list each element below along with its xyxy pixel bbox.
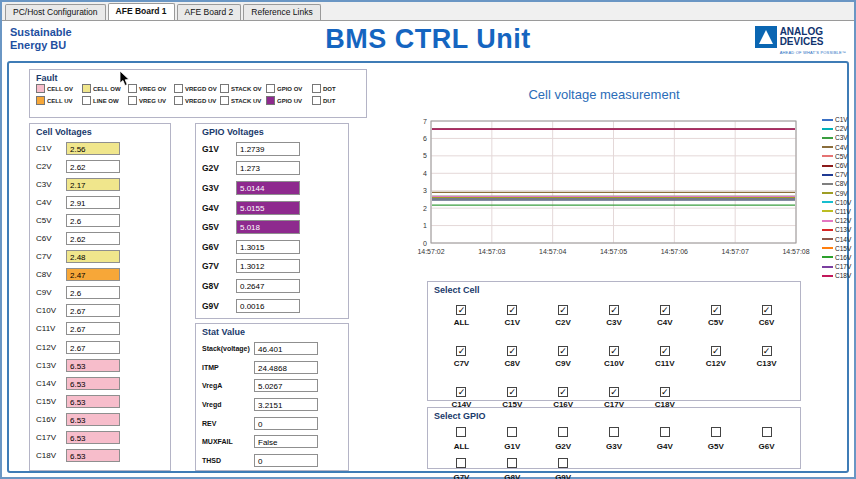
fault-indicator-dut[interactable] — [312, 96, 321, 105]
cell-voltage-field-c17v[interactable]: 6.53 — [66, 431, 120, 444]
tab-afe-board-2[interactable]: AFE Board 2 — [177, 4, 242, 20]
select-cell-checkbox-c10v[interactable]: ✓ — [609, 346, 619, 356]
cell-voltage-field-c9v[interactable]: 2.6 — [66, 286, 120, 299]
fault-indicator-stack-ov[interactable] — [220, 84, 229, 93]
tab-pc-host-configuration[interactable]: PC/Host Configuration — [5, 4, 106, 20]
select-cell-checkbox-c1v[interactable]: ✓ — [507, 305, 517, 315]
gpio-voltage-field-g5v[interactable]: 5.018 — [236, 220, 300, 234]
select-cell-checkbox-all[interactable]: ✓ — [456, 305, 466, 315]
cell-voltage-field-c4v[interactable]: 2.91 — [66, 196, 120, 209]
cell-voltage-field-c13v[interactable]: 6.53 — [66, 359, 120, 372]
select-cell-checkbox-c8v[interactable]: ✓ — [507, 346, 517, 356]
gpio-voltage-field-g2v[interactable]: 1.273 — [236, 161, 300, 175]
legend-item-c6v: C6V — [822, 161, 852, 170]
select-cell-checkbox-c2v[interactable]: ✓ — [558, 305, 568, 315]
cell-voltage-field-c10v[interactable]: 2.67 — [66, 304, 120, 317]
gpio-voltage-label: G6V — [202, 242, 236, 252]
select-cell-checkbox-c3v[interactable]: ✓ — [609, 305, 619, 315]
fault-indicator-cell-ow[interactable] — [82, 84, 91, 93]
gpio-voltage-field-g9v[interactable]: 0.0016 — [236, 299, 300, 313]
select-gpio-checkbox-g4v[interactable] — [660, 427, 670, 437]
stat-field-thsd[interactable]: 0 — [254, 454, 318, 467]
stat-field-rev[interactable]: 0 — [254, 417, 318, 430]
fault-indicator-gpio-uv[interactable] — [266, 96, 275, 105]
select-cell-checkbox-c15v[interactable]: ✓ — [507, 387, 517, 397]
select-cell-checkbox-c6v[interactable]: ✓ — [762, 305, 772, 315]
fault-label: CELL UV — [47, 98, 73, 104]
select-cell-checkbox-c13v[interactable]: ✓ — [762, 346, 772, 356]
fault-indicator-stack-uv[interactable] — [220, 96, 229, 105]
select-gpio-checkbox-g2v[interactable] — [558, 427, 568, 437]
gpio-voltage-field-g1v[interactable]: 1.2739 — [236, 142, 300, 156]
main-frame: Fault CELL OVCELL OWVREG OVVREGD OVSTACK… — [7, 61, 849, 473]
legend-item-c13v: C13V — [822, 225, 852, 234]
fault-item-stack-ov: STACK OV — [220, 84, 266, 93]
select-cell-checkbox-c9v[interactable]: ✓ — [558, 346, 568, 356]
fault-indicator-vreg-uv[interactable] — [128, 96, 137, 105]
legend-item-c7v: C7V — [822, 170, 852, 179]
cell-voltage-field-c1v[interactable]: 2.56 — [66, 142, 120, 155]
fault-indicator-gpio-ov[interactable] — [266, 84, 275, 93]
select-cell-checkbox-c17v[interactable]: ✓ — [609, 387, 619, 397]
stat-field-vrega[interactable]: 5.0267 — [254, 379, 318, 392]
cell-voltage-row: C11V2.67 — [36, 320, 164, 338]
select-cell-checkbox-c7v[interactable]: ✓ — [456, 346, 466, 356]
gpio-voltage-field-g4v[interactable]: 5.0155 — [236, 201, 300, 215]
select-cell-checkbox-c11v[interactable]: ✓ — [660, 346, 670, 356]
gpio-voltage-field-g3v[interactable]: 5.0144 — [236, 181, 300, 195]
tab-reference-links[interactable]: Reference Links — [243, 4, 320, 20]
gpio-voltage-field-g6v[interactable]: 1.3015 — [236, 240, 300, 254]
cell-voltage-field-c2v[interactable]: 2.62 — [66, 160, 120, 173]
cell-voltage-field-c18v[interactable]: 6.53 — [66, 449, 120, 462]
stat-row: REV0 — [202, 414, 342, 433]
tab-afe-board-1[interactable]: AFE Board 1 — [108, 3, 175, 20]
cell-voltage-field-c14v[interactable]: 6.53 — [66, 377, 120, 390]
stat-field-vregd[interactable]: 3.2151 — [254, 398, 318, 411]
cell-voltage-field-c15v[interactable]: 6.53 — [66, 395, 120, 408]
select-cell-checkbox-c18v[interactable]: ✓ — [660, 387, 670, 397]
svg-text:2: 2 — [423, 205, 427, 212]
fault-indicator-dot[interactable] — [312, 84, 321, 93]
select-cell-checkbox-c14v[interactable]: ✓ — [456, 387, 466, 397]
gpio-voltage-field-g8v[interactable]: 0.2647 — [236, 279, 300, 293]
select-gpio-checkbox-g7v[interactable] — [456, 458, 466, 468]
stat-field-muxfail[interactable]: False — [254, 435, 318, 448]
select-gpio-grid: ALLG1VG2VG3VG4VG5VG6VG7VG8VG9V — [428, 422, 800, 479]
cell-voltage-field-c3v[interactable]: 2.17 — [66, 178, 120, 191]
select-cell-checkbox-c16v[interactable]: ✓ — [558, 387, 568, 397]
stat-field-itmp[interactable]: 24.4868 — [254, 361, 318, 374]
select-cell-item-c18v: ✓C18V — [639, 381, 690, 409]
select-cell-checkbox-c5v[interactable]: ✓ — [711, 305, 721, 315]
select-gpio-checkbox-g9v[interactable] — [558, 458, 568, 468]
select-cell-checkbox-c4v[interactable]: ✓ — [660, 305, 670, 315]
stat-label: THSD — [202, 457, 254, 464]
cell-voltage-field-c8v[interactable]: 2.47 — [66, 268, 120, 281]
fault-item-stack-uv: STACK UV — [220, 96, 266, 105]
legend-label: C7V — [835, 171, 848, 178]
cell-voltage-field-c7v[interactable]: 2.48 — [66, 250, 120, 263]
fault-indicator-cell-uv[interactable] — [36, 96, 45, 105]
cell-voltage-field-c11v[interactable]: 2.67 — [66, 322, 120, 335]
legend-line-swatch — [822, 275, 833, 277]
select-gpio-checkbox-all[interactable] — [456, 427, 466, 437]
select-gpio-item-g4v: G4V — [639, 423, 690, 451]
cell-voltage-field-c12v[interactable]: 2.67 — [66, 341, 120, 354]
select-cell-checkbox-c12v[interactable]: ✓ — [711, 346, 721, 356]
gpio-voltage-field-g7v[interactable]: 1.3012 — [236, 259, 300, 273]
stat-label: Stack(voltage) — [202, 345, 254, 352]
stat-field-stack-voltage-[interactable]: 46.401 — [254, 342, 318, 355]
select-gpio-checkbox-g3v[interactable] — [609, 427, 619, 437]
select-gpio-checkbox-g5v[interactable] — [711, 427, 721, 437]
svg-text:1: 1 — [423, 222, 427, 229]
select-gpio-checkbox-g1v[interactable] — [507, 427, 517, 437]
cell-voltage-field-c5v[interactable]: 2.6 — [66, 214, 120, 227]
fault-indicator-vregd-ov[interactable] — [174, 84, 183, 93]
fault-indicator-cell-ov[interactable] — [36, 84, 45, 93]
select-gpio-checkbox-g8v[interactable] — [507, 458, 517, 468]
select-gpio-checkbox-g6v[interactable] — [762, 427, 772, 437]
cell-voltage-field-c16v[interactable]: 6.53 — [66, 413, 120, 426]
fault-indicator-line-ow[interactable] — [82, 96, 91, 105]
fault-indicator-vregd-uv[interactable] — [174, 96, 183, 105]
fault-item-line-ow: LINE OW — [82, 96, 128, 105]
cell-voltage-field-c6v[interactable]: 2.62 — [66, 232, 120, 245]
